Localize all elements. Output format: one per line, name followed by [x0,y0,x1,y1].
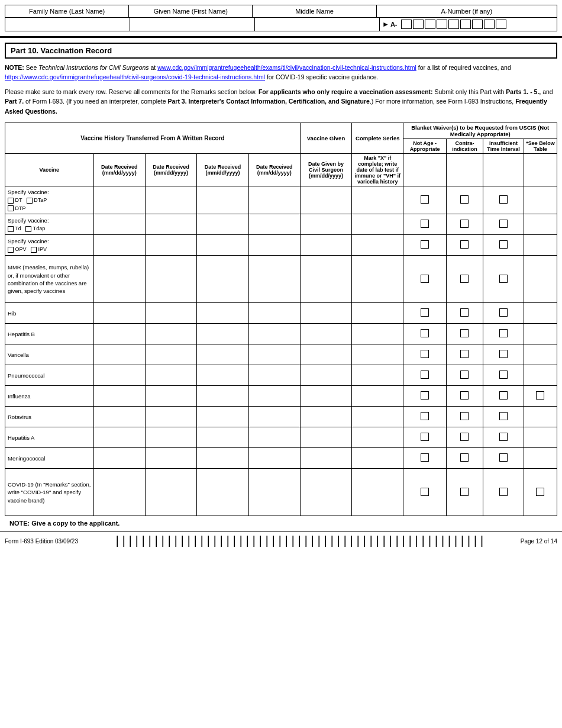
date-received-8-0[interactable] [93,386,145,407]
date-given-6[interactable] [300,344,351,365]
contra-checkbox-2[interactable] [446,235,483,256]
date-received-2-0[interactable] [93,235,145,256]
not-age-checkbox-9[interactable] [403,407,446,427]
date-received-11-1[interactable] [145,448,196,469]
note-link2[interactable]: https://www.cdc.gov/immigrantrefugeeheal… [5,73,265,80]
not-age-checkbox-7[interactable] [403,365,446,386]
not-age-checkbox-2[interactable] [403,235,446,256]
family-name-input[interactable] [5,18,130,31]
a-num-box-6[interactable] [460,20,471,29]
date-received-5-2[interactable] [197,324,248,344]
date-received-4-1[interactable] [145,303,196,324]
date-received-10-3[interactable] [248,427,300,448]
mark-x-10[interactable] [352,427,403,448]
not-age-checkbox-0[interactable] [403,186,446,214]
date-given-7[interactable] [300,365,351,386]
date-received-8-2[interactable] [197,386,248,407]
contra-checkbox-8[interactable] [446,386,483,407]
insufficient-checkbox-10[interactable] [483,427,524,448]
a-num-box-9[interactable] [496,20,506,29]
date-received-12-2[interactable] [197,469,248,516]
date-received-8-1[interactable] [145,386,196,407]
date-received-4-3[interactable] [248,303,300,324]
mark-x-2[interactable] [352,235,403,256]
contra-checkbox-3[interactable] [446,256,483,303]
date-received-12-1[interactable] [145,469,196,516]
contra-checkbox-5[interactable] [446,324,483,344]
not-age-checkbox-1[interactable] [403,214,446,235]
a-num-box-5[interactable] [448,20,459,29]
date-received-7-3[interactable] [248,365,300,386]
date-received-7-0[interactable] [93,365,145,386]
date-received-9-1[interactable] [145,407,196,427]
date-received-7-1[interactable] [145,365,196,386]
date-received-9-3[interactable] [248,407,300,427]
insufficient-checkbox-3[interactable] [483,256,524,303]
insufficient-checkbox-2[interactable] [483,235,524,256]
mark-x-12[interactable] [352,469,403,516]
date-received-10-1[interactable] [145,427,196,448]
contra-checkbox-6[interactable] [446,344,483,365]
mark-x-0[interactable] [352,186,403,214]
date-received-6-2[interactable] [197,344,248,365]
insufficient-checkbox-5[interactable] [483,324,524,344]
insufficient-checkbox-4[interactable] [483,303,524,324]
a-num-box-7[interactable] [472,20,483,29]
date-received-5-1[interactable] [145,324,196,344]
not-age-checkbox-3[interactable] [403,256,446,303]
date-received-5-0[interactable] [93,324,145,344]
given-name-input[interactable] [130,18,255,31]
insufficient-checkbox-11[interactable] [483,448,524,469]
insufficient-checkbox-7[interactable] [483,365,524,386]
contra-checkbox-0[interactable] [446,186,483,214]
contra-checkbox-10[interactable] [446,427,483,448]
date-received-5-3[interactable] [248,324,300,344]
date-received-2-1[interactable] [145,235,196,256]
mark-x-7[interactable] [352,365,403,386]
date-received-7-2[interactable] [197,365,248,386]
a-num-box-4[interactable] [437,20,447,29]
date-received-3-3[interactable] [248,256,300,303]
date-received-1-2[interactable] [197,214,248,235]
insufficient-checkbox-0[interactable] [483,186,524,214]
date-given-2[interactable] [300,235,351,256]
insufficient-checkbox-8[interactable] [483,386,524,407]
date-received-0-3[interactable] [248,186,300,214]
a-num-box-8[interactable] [484,20,495,29]
contra-checkbox-4[interactable] [446,303,483,324]
date-received-12-0[interactable] [93,469,145,516]
date-received-10-2[interactable] [197,427,248,448]
date-received-6-3[interactable] [248,344,300,365]
date-received-3-1[interactable] [145,256,196,303]
date-received-11-0[interactable] [93,448,145,469]
date-given-11[interactable] [300,448,351,469]
insufficient-checkbox-9[interactable] [483,407,524,427]
date-received-4-2[interactable] [197,303,248,324]
date-received-1-1[interactable] [145,214,196,235]
insufficient-checkbox-12[interactable] [483,469,524,516]
mark-x-8[interactable] [352,386,403,407]
not-age-checkbox-8[interactable] [403,386,446,407]
date-given-3[interactable] [300,256,351,303]
date-received-6-1[interactable] [145,344,196,365]
date-given-4[interactable] [300,303,351,324]
mark-x-4[interactable] [352,303,403,324]
not-age-checkbox-6[interactable] [403,344,446,365]
date-given-1[interactable] [300,214,351,235]
contra-checkbox-11[interactable] [446,448,483,469]
mark-x-9[interactable] [352,407,403,427]
mark-x-1[interactable] [352,214,403,235]
date-received-8-3[interactable] [248,386,300,407]
date-received-0-2[interactable] [197,186,248,214]
date-received-2-3[interactable] [248,235,300,256]
date-received-3-2[interactable] [197,256,248,303]
contra-checkbox-9[interactable] [446,407,483,427]
date-received-0-1[interactable] [145,186,196,214]
a-num-box-1[interactable] [401,20,412,29]
date-given-12[interactable] [300,469,351,516]
date-received-1-3[interactable] [248,214,300,235]
not-age-checkbox-10[interactable] [403,427,446,448]
mark-x-6[interactable] [352,344,403,365]
not-age-checkbox-5[interactable] [403,324,446,344]
date-received-12-3[interactable] [248,469,300,516]
